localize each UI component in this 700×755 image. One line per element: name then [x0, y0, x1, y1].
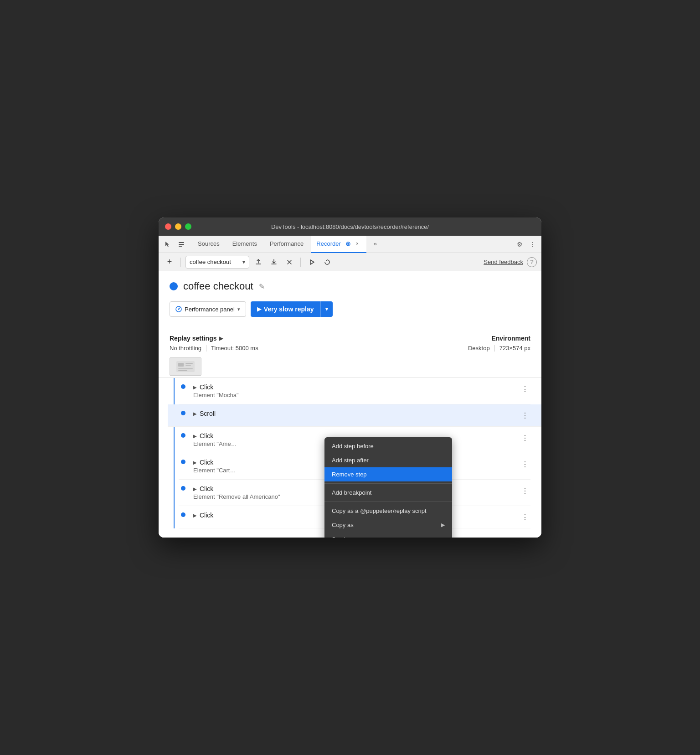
step-menu-btn-5[interactable]: ⋮: [520, 485, 530, 496]
timeline-line: [174, 378, 175, 528]
step-expand-5: ▶: [193, 486, 197, 491]
step-menu-btn-2[interactable]: ⋮: [520, 410, 530, 421]
step-title-2[interactable]: ▶ Scroll: [193, 410, 520, 417]
svg-rect-9: [185, 363, 193, 364]
devtools-window: DevTools - localhost:8080/docs/devtools/…: [159, 217, 541, 538]
step-icon: [324, 259, 331, 266]
step-title-1[interactable]: ▶ Click: [193, 383, 520, 391]
upload-icon: [255, 259, 262, 266]
settings-icon[interactable]: ⚙: [514, 239, 525, 250]
step-dot-indicator-3: [181, 433, 185, 438]
step-button[interactable]: [321, 256, 334, 269]
preview-area: [159, 355, 541, 378]
svg-rect-12: [178, 370, 187, 371]
close-button[interactable]: [165, 223, 171, 230]
panel-selector[interactable]: Performance panel ▾: [170, 301, 246, 317]
step-content-2: ▶ Scroll: [193, 410, 520, 417]
svg-rect-2: [179, 246, 182, 247]
ctx-services-arrow: ▶: [441, 536, 445, 538]
replay-play-icon: ▶: [257, 306, 261, 312]
recording-status-dot: [170, 282, 178, 290]
preview-image: [176, 361, 195, 372]
replay-settings-label[interactable]: Replay settings ▶: [170, 335, 430, 342]
recording-selector[interactable]: coffee checkout ▾: [185, 256, 249, 269]
step-menu-btn-4[interactable]: ⋮: [520, 459, 530, 470]
titlebar: DevTools - localhost:8080/docs/devtools/…: [159, 217, 541, 236]
tab-elements[interactable]: Elements: [227, 236, 262, 253]
maximize-button[interactable]: [185, 223, 191, 230]
step-menu-btn-1[interactable]: ⋮: [520, 383, 530, 394]
settings-right: Environment Desktop 723×574 px: [430, 335, 530, 352]
ctx-services[interactable]: Services ▶: [324, 532, 452, 538]
step-expand-2: ▶: [193, 411, 197, 416]
tab-more[interactable]: »: [368, 236, 382, 253]
window-title: DevTools - localhost:8080/docs/devtools/…: [271, 223, 429, 230]
minimize-button[interactable]: [175, 223, 181, 230]
step-dot-3: [179, 433, 188, 438]
toolbar: + coffee checkout ▾: [159, 253, 541, 271]
delete-icon: [286, 259, 293, 266]
ctx-add-step-after[interactable]: Add step after: [324, 453, 452, 467]
preview-thumbnail: [170, 357, 201, 376]
help-button[interactable]: ?: [527, 257, 537, 267]
step-item-2: ▶ Scroll ⋮: [168, 404, 541, 427]
step-dot-indicator-1: [181, 384, 185, 389]
ctx-add-breakpoint[interactable]: Add breakpoint: [324, 486, 452, 500]
svg-point-6: [178, 309, 180, 310]
devtools-body: Sources Elements Performance Recorder × …: [159, 236, 541, 538]
tab-sources[interactable]: Sources: [192, 236, 225, 253]
toolbar-divider-1: [180, 258, 181, 267]
ctx-add-step-before[interactable]: Add step before: [324, 439, 452, 453]
layers-icon[interactable]: [176, 239, 187, 250]
step-expand-1: ▶: [193, 385, 197, 390]
tab-bar-right: ⚙ ⋮: [514, 239, 538, 250]
svg-rect-1: [179, 244, 184, 245]
step-menu-btn-3[interactable]: ⋮: [520, 432, 530, 443]
tab-recorder[interactable]: Recorder ×: [311, 236, 366, 253]
step-expand-4: ▶: [193, 460, 197, 465]
settings-detail: No throttling Timeout: 5000 ms: [170, 345, 430, 352]
send-feedback-button[interactable]: Send feedback: [484, 259, 523, 265]
toolbar-right: Send feedback ?: [484, 257, 537, 267]
traffic-lights: [165, 223, 191, 230]
performance-panel-icon: [175, 306, 182, 312]
ctx-copy-as[interactable]: Copy as ▶: [324, 518, 452, 532]
cursor-icon[interactable]: [162, 239, 173, 250]
more-options-icon[interactable]: ⋮: [527, 239, 538, 250]
svg-point-4: [347, 243, 349, 245]
toolbar-divider-2: [300, 258, 301, 267]
step-dot-5: [179, 486, 188, 491]
svg-rect-11: [178, 368, 193, 369]
export-button[interactable]: [252, 256, 265, 269]
play-button[interactable]: [305, 256, 318, 269]
new-recording-button[interactable]: +: [163, 256, 176, 269]
settings-detail-divider: [206, 345, 206, 352]
step-dot-1: [179, 384, 188, 389]
step-menu-btn-6[interactable]: ⋮: [520, 512, 530, 522]
tab-bar: Sources Elements Performance Recorder × …: [159, 236, 541, 253]
step-item-1: ▶ Click Element "Mocha" ⋮: [179, 378, 530, 404]
step-dot-2: [179, 411, 188, 415]
step-subtitle-1: Element "Mocha": [193, 392, 520, 398]
tab-close-recorder[interactable]: ×: [354, 240, 361, 248]
settings-row: Replay settings ▶ No throttling Timeout:…: [170, 328, 530, 352]
ctx-remove-step[interactable]: Remove step: [324, 467, 452, 481]
download-icon: [270, 259, 278, 266]
replay-main-button[interactable]: ▶ Very slow replay: [251, 301, 320, 317]
ctx-copy-puppeteer[interactable]: Copy as a @puppeteer/replay script: [324, 504, 452, 518]
replay-chevron-button[interactable]: ▾: [320, 301, 333, 317]
replay-btn-group: ▶ Very slow replay ▾: [251, 301, 333, 317]
settings-left: Replay settings ▶ No throttling Timeout:…: [170, 335, 430, 352]
import-button[interactable]: [268, 256, 280, 269]
tab-performance[interactable]: Performance: [264, 236, 309, 253]
environment-label: Environment: [430, 335, 530, 342]
edit-title-icon[interactable]: ✎: [259, 282, 265, 291]
delete-button[interactable]: [283, 256, 296, 269]
context-menu: Add step before Add step after Remove st…: [324, 437, 452, 538]
panel-btn-chevron: ▾: [237, 306, 240, 312]
svg-rect-8: [178, 363, 184, 367]
replay-chevron-icon: ▾: [325, 306, 328, 312]
step-expand-6: ▶: [193, 513, 197, 518]
step-dot-indicator-2: [181, 411, 185, 415]
recording-selector-chevron: ▾: [242, 259, 245, 265]
